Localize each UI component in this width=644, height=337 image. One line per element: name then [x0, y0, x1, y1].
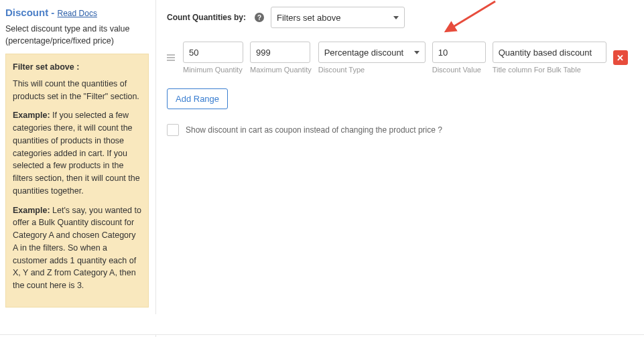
- show-as-coupon-checkbox[interactable]: [167, 124, 179, 136]
- discount-info-box: Filter set above : This will count the q…: [5, 54, 149, 308]
- count-quantities-select[interactable]: Filters set above: [271, 7, 405, 28]
- drag-handle-icon[interactable]: [167, 54, 175, 61]
- chevron-down-icon: [393, 16, 399, 19]
- delete-range-button[interactable]: ✕: [613, 50, 628, 65]
- show-as-coupon-label: Show discount in cart as coupon instead …: [186, 125, 442, 135]
- help-icon[interactable]: ?: [255, 13, 264, 22]
- min-quantity-input[interactable]: [183, 42, 243, 63]
- info-p2: Example: If you selected a few categorie…: [13, 109, 141, 197]
- min-quantity-label: Minimum Quantity: [183, 66, 243, 74]
- discount-read-docs-link[interactable]: Read Docs: [58, 9, 97, 18]
- bulk-title-input[interactable]: [493, 42, 606, 63]
- discount-dash: -: [48, 7, 57, 18]
- close-icon: ✕: [617, 53, 624, 63]
- max-quantity-input[interactable]: [250, 42, 310, 63]
- chevron-down-icon: [414, 51, 420, 54]
- discount-type-select[interactable]: Percentage discount: [318, 42, 426, 63]
- max-quantity-label: Maximum Quantity: [250, 66, 312, 74]
- add-range-button[interactable]: Add Range: [167, 88, 228, 109]
- discount-value-label: Discount Value: [432, 66, 486, 74]
- discount-type-label: Discount Type: [318, 66, 426, 74]
- info-p1: This will count the quantities of produc…: [13, 78, 141, 103]
- discount-title: Discount: [5, 7, 48, 18]
- discount-value-input[interactable]: [432, 42, 486, 63]
- discount-desc: Select discount type and its value (perc…: [5, 23, 149, 47]
- count-quantities-label: Count Quantities by:: [167, 13, 246, 22]
- info-p3: Example: Let's say, you wanted to offer …: [13, 204, 141, 292]
- bulk-title-label: Title column For Bulk Table: [493, 66, 606, 74]
- info-header: Filter set above :: [13, 61, 141, 74]
